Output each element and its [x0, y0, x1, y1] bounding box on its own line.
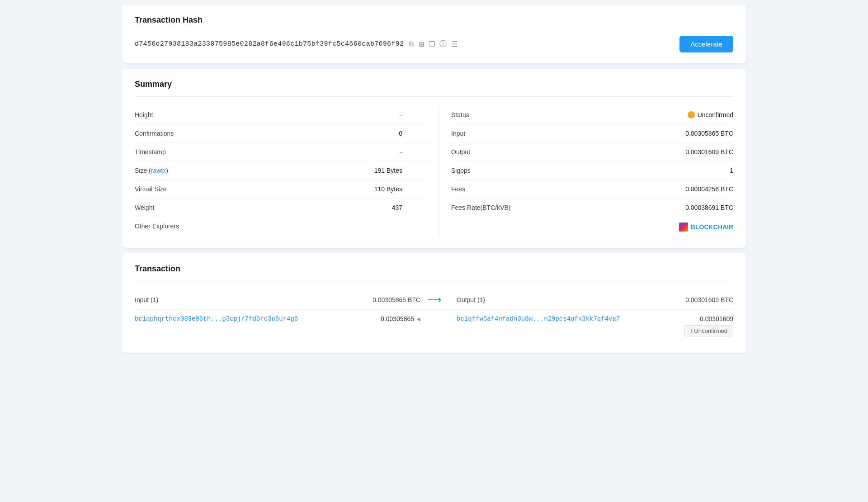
summary-divider — [135, 96, 733, 97]
value-blockchair: BLOCKCHAIR — [679, 223, 733, 232]
input-header-label: Input (1) — [135, 296, 158, 303]
value-confirmations: 0 — [399, 130, 429, 137]
output-header-label: Output (1) — [457, 296, 485, 303]
blockchair-link[interactable]: BLOCKCHAIR — [679, 223, 733, 232]
tx-output-entry-inner: bc1qffw5af4nfadn3u8w...n29pcs4ufx3kk7qf4… — [457, 315, 733, 336]
label-weight: Weight — [135, 204, 189, 211]
label-input: Input — [451, 130, 505, 137]
summary-row-explorers: Other Explorers — [135, 217, 429, 235]
qr-icon[interactable]: ⊞ — [418, 40, 424, 48]
summary-right-col: Status Unconfirmed Input 0.00305865 BTC … — [439, 106, 733, 237]
tx-input-header: Input (1) 0.00305865 BTC — [135, 294, 420, 306]
summary-row-height: Height - — [135, 106, 429, 124]
value-output: 0.00301609 BTC — [685, 148, 733, 156]
label-vsize: Virtual Size — [135, 185, 189, 193]
summary-row-vsize: Virtual Size 110 Bytes — [135, 180, 429, 199]
output-amount-value: 0.00301609 — [684, 315, 733, 322]
value-sigops: 1 — [730, 167, 733, 174]
summary-row-weight: Weight 437 — [135, 199, 429, 217]
status-unconfirmed: Unconfirmed — [688, 111, 733, 118]
output-address[interactable]: bc1qffw5af4nfadn3u8w...n29pcs4ufx3kk7qf4… — [457, 315, 620, 322]
value-size: 191 Bytes — [374, 167, 429, 174]
label-sigops: Sigops — [451, 167, 505, 174]
summary-row-status: Status Unconfirmed — [451, 106, 733, 124]
status-dot-icon — [688, 111, 695, 118]
triangle-icon: ◀ — [417, 317, 420, 322]
summary-row-timestamp: Timestamp - — [135, 143, 429, 161]
label-timestamp: Timestamp — [135, 148, 189, 156]
tx-header-row: Input (1) 0.00305865 BTC ⟶ Output (1) 0.… — [135, 290, 733, 310]
transaction-hash-card: Transaction Hash d7456d27938183a23307598… — [122, 5, 746, 63]
hash-value: d7456d27938183a233075985e0282a8f6e496c1b… — [135, 40, 404, 48]
hash-icons: ⎘ ⊞ ❐ ⓘ ☰ — [409, 39, 458, 49]
input-address[interactable]: bc1qphqrthcx089e96th...g3cpjr7fd3rc3u6ur… — [135, 315, 298, 322]
label-height: Height — [135, 111, 189, 118]
tx-arrow-col: ⟶ — [420, 294, 448, 306]
value-vsize: 110 Bytes — [374, 185, 429, 193]
output-header-amount: 0.00301609 BTC — [685, 296, 733, 303]
summary-row-size: Size (rawtx) 191 Bytes — [135, 161, 429, 180]
info-icon[interactable]: ⓘ — [439, 39, 447, 49]
value-feesrate: 0.00038691 BTC — [685, 204, 733, 211]
copy-icon[interactable]: ⎘ — [409, 40, 414, 48]
transaction-hash-title: Transaction Hash — [135, 15, 733, 25]
label-status: Status — [451, 111, 505, 118]
unconfirmed-badge-wrap: ! Unconfirmed — [684, 325, 733, 336]
list-icon[interactable]: ☰ — [451, 40, 458, 48]
value-fees: 0.00004256 BTC — [685, 185, 733, 193]
summary-row-input: Input 0.00305865 BTC — [451, 124, 733, 143]
summary-row-sigops: Sigops 1 — [451, 161, 733, 180]
label-fees: Fees — [451, 185, 505, 193]
label-confirmations: Confirmations — [135, 130, 189, 137]
value-status: Unconfirmed — [688, 111, 733, 118]
status-label: Unconfirmed — [698, 111, 733, 118]
label-output: Output — [451, 148, 505, 156]
blockchair-icon — [679, 223, 688, 232]
accelerate-button[interactable]: Accelerate — [679, 36, 733, 52]
input-amount-row: 0.00305865 ◀ — [381, 315, 420, 322]
unconfirmed-badge-label: Unconfirmed — [694, 327, 727, 334]
summary-grid: Height - Confirmations 0 Timestamp - Siz… — [135, 106, 733, 237]
value-height: - — [400, 111, 429, 118]
tx-entry-row: bc1qphqrthcx089e96th...g3cpjr7fd3rc3u6ur… — [135, 310, 733, 342]
share-icon[interactable]: ❐ — [429, 40, 435, 48]
hash-row: d7456d27938183a233075985e0282a8f6e496c1b… — [135, 32, 733, 52]
input-header-amount: 0.00305865 BTC — [373, 296, 420, 303]
summary-row-blockchair: BLOCKCHAIR — [451, 217, 733, 237]
value-timestamp: - — [400, 148, 429, 156]
value-weight: 437 — [392, 204, 429, 211]
label-feesrate: Fees Rate(BTC/kVB) — [451, 204, 510, 211]
transaction-title: Transaction — [135, 264, 733, 274]
unconfirmed-badge: ! Unconfirmed — [684, 325, 733, 336]
summary-row-output: Output 0.00301609 BTC — [451, 143, 733, 161]
transaction-card: Transaction Input (1) 0.00305865 BTC ⟶ O… — [122, 253, 746, 353]
label-size: Size (rawtx) — [135, 167, 189, 174]
blockchair-label: BLOCKCHAIR — [691, 223, 733, 231]
tx-output-header: Output (1) 0.00301609 BTC — [448, 294, 733, 306]
tx-output-entry: bc1qffw5af4nfadn3u8w...n29pcs4ufx3kk7qf4… — [448, 315, 733, 336]
summary-row-feesrate: Fees Rate(BTC/kVB) 0.00038691 BTC — [451, 199, 733, 217]
summary-left-col: Height - Confirmations 0 Timestamp - Siz… — [135, 106, 429, 237]
arrow-icon: ⟶ — [427, 294, 441, 306]
label-explorers: Other Explorers — [135, 223, 189, 230]
summary-row-fees: Fees 0.00004256 BTC — [451, 180, 733, 199]
output-right: 0.00301609 ! Unconfirmed — [684, 315, 733, 336]
summary-row-confirmations: Confirmations 0 — [135, 124, 429, 143]
summary-card: Summary Height - Confirmations 0 Timesta… — [122, 69, 746, 248]
input-amount-value: 0.00305865 — [381, 315, 414, 322]
transaction-divider — [135, 281, 733, 281]
summary-title: Summary — [135, 80, 733, 89]
rawtx-link[interactable]: rawtx — [151, 167, 166, 174]
tx-input-entry: bc1qphqrthcx089e96th...g3cpjr7fd3rc3u6ur… — [135, 315, 420, 322]
hash-left: d7456d27938183a233075985e0282a8f6e496c1b… — [135, 39, 458, 49]
value-input: 0.00305865 BTC — [685, 130, 733, 137]
exclamation-icon: ! — [690, 327, 692, 334]
